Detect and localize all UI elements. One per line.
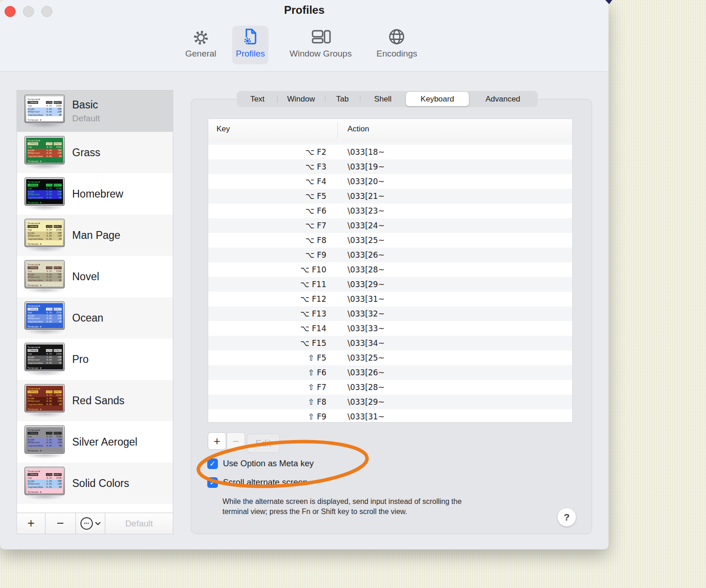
key-table-header: Key Action bbox=[208, 119, 572, 142]
key-mapping-row[interactable]: ⇧ F5 \033[25~ bbox=[208, 351, 572, 365]
gear-icon bbox=[191, 26, 211, 48]
add-key-button[interactable]: + bbox=[208, 432, 226, 450]
key-mapping-row[interactable]: ⌥ F3 \033[19~ bbox=[208, 159, 572, 174]
key-cell: ⌥ F10 bbox=[208, 265, 337, 274]
tab-bar: TextWindowTabShellKeyboardAdvanced bbox=[237, 91, 538, 107]
window-groups-icon bbox=[310, 26, 331, 48]
tab-keyboard[interactable]: Keyboard bbox=[406, 92, 469, 106]
action-cell: \033[32~ bbox=[337, 309, 385, 318]
key-mapping-row[interactable]: ⌥ F10 \033[28~ bbox=[208, 262, 572, 277]
action-cell: \033[31~ bbox=[337, 294, 385, 304]
toolbar-item-general[interactable]: General bbox=[182, 26, 220, 64]
toolbar-item-window-groups[interactable]: Window Groups bbox=[286, 26, 355, 64]
toolbar-item-profiles[interactable]: Profiles bbox=[232, 26, 268, 64]
column-divider[interactable] bbox=[337, 122, 338, 138]
action-cell: \033[29~ bbox=[337, 397, 385, 407]
terminal-preview: Terminal# COMMAND %CPU RPRVT top4.1%231K… bbox=[26, 469, 63, 493]
profile-thumbnail: Terminal# COMMAND %CPU RPRVT top4.1%231K… bbox=[24, 425, 65, 458]
profile-thumbnail: Terminal# COMMAND %CPU RPRVT top4.1%231K… bbox=[24, 136, 65, 169]
key-mapping-row[interactable]: ⇧ F8 \033[29~ bbox=[208, 395, 572, 409]
key-cell: ⌥ F9 bbox=[208, 250, 337, 260]
thumbnail-reflection bbox=[25, 206, 64, 210]
key-mapping-row[interactable]: ⌥ F11 \033[29~ bbox=[208, 277, 572, 292]
profile-item-homebrew[interactable]: Terminal# COMMAND %CPU RPRVT top4.1%231K… bbox=[17, 173, 173, 215]
profile-thumbnail: Terminal# COMMAND %CPU RPRVT top4.1%231K… bbox=[24, 95, 65, 128]
key-cell: ⌥ F6 bbox=[208, 206, 337, 215]
profile-thumbnail: Terminal# COMMAND %CPU RPRVT top4.1%231K… bbox=[24, 177, 65, 210]
key-mapping-row[interactable]: ⇧ F6 \033[26~ bbox=[208, 365, 572, 380]
action-cell: \033[26~ bbox=[337, 250, 385, 260]
profile-list: Terminal# COMMAND %CPU RPRVT top4.1%231K… bbox=[17, 90, 173, 504]
add-profile-button[interactable]: + bbox=[17, 513, 46, 534]
toolbar-item-encodings[interactable]: Encodings bbox=[373, 26, 421, 64]
profile-name: Ocean bbox=[72, 312, 103, 324]
action-cell: \033[24~ bbox=[337, 221, 385, 230]
action-cell: \033[28~ bbox=[337, 265, 385, 274]
key-mapping-row[interactable]: ⌥ F9 \033[26~ bbox=[208, 248, 572, 262]
scroll-alternate-screen-row: Scroll alternate screen bbox=[207, 477, 307, 488]
tab-shell[interactable]: Shell bbox=[360, 92, 406, 106]
more-options-button[interactable]: ⋯ bbox=[76, 513, 105, 534]
key-mapping-row[interactable]: ⌥ F2 \033[18~ bbox=[208, 145, 572, 159]
action-cell: \033[18~ bbox=[337, 147, 385, 157]
edit-key-button[interactable]: Edit bbox=[247, 434, 280, 453]
sidebar-footer: + − ⋯ Default bbox=[17, 513, 173, 534]
column-header-key: Key bbox=[216, 124, 230, 134]
key-cell: ⇧ F5 bbox=[208, 353, 337, 362]
profile-item-novel[interactable]: Terminal# COMMAND %CPU RPRVT top4.1%231K… bbox=[17, 256, 173, 297]
key-cell: ⌥ F3 bbox=[208, 162, 337, 171]
key-mapping-row[interactable]: ⌥ F7 \033[24~ bbox=[208, 218, 572, 233]
key-mapping-row[interactable]: ⌥ F15 \033[34~ bbox=[208, 336, 572, 351]
profile-item-man-page[interactable]: Terminal# COMMAND %CPU RPRVT top4.1%231K… bbox=[17, 215, 173, 256]
profile-item-red-sands[interactable]: Terminal# COMMAND %CPU RPRVT top4.1%231K… bbox=[17, 380, 173, 421]
key-mapping-row[interactable]: ⌥ F14 \033[33~ bbox=[208, 321, 572, 336]
terminal-preview: Terminal# COMMAND %CPU RPRVT top4.1%231K… bbox=[26, 345, 63, 369]
profile-item-ocean[interactable]: Terminal# COMMAND %CPU RPRVT top4.1%231K… bbox=[17, 297, 173, 339]
checkbox-label: Scroll alternate screen bbox=[223, 477, 307, 487]
key-mapping-row[interactable]: ⇧ F7 \033[28~ bbox=[208, 380, 572, 395]
profile-default-badge: Default bbox=[72, 113, 100, 124]
key-mapping-row[interactable]: ⌥ F6 \033[23~ bbox=[208, 204, 572, 218]
toolbar-label: General bbox=[185, 49, 216, 59]
profile-name: Novel bbox=[72, 271, 99, 283]
profile-item-basic[interactable]: Terminal# COMMAND %CPU RPRVT top4.1%231K… bbox=[17, 90, 173, 132]
key-mapping-row[interactable]: ⌥ F4 \033[20~ bbox=[208, 174, 572, 189]
key-table-viewport: ⌥ F2 \033[18~ ⌥ F3 \033[19~ ⌥ F4 \033[20… bbox=[208, 141, 572, 422]
key-mapping-row[interactable]: ⇧ F9 \033[31~ bbox=[208, 409, 572, 422]
terminal-preview: Terminal# COMMAND %CPU RPRVT top4.1%231K… bbox=[26, 138, 63, 163]
profile-item-pro[interactable]: Terminal# COMMAND %CPU RPRVT top4.1%231K… bbox=[17, 339, 173, 380]
tab-window[interactable]: Window bbox=[277, 92, 325, 106]
use-option-as-meta-checkbox[interactable] bbox=[207, 458, 218, 469]
scroll-alternate-screen-checkbox[interactable] bbox=[207, 477, 218, 488]
remove-key-button[interactable]: − bbox=[227, 432, 245, 450]
remove-profile-button[interactable]: − bbox=[46, 513, 76, 534]
default-button[interactable]: Default bbox=[105, 513, 173, 534]
key-mapping-row[interactable]: ⌥ F5 \033[21~ bbox=[208, 189, 572, 204]
action-cell: \033[29~ bbox=[337, 280, 385, 289]
key-cell: ⌥ F13 bbox=[208, 309, 337, 318]
action-cell: \033[19~ bbox=[337, 162, 385, 171]
action-cell: \033[25~ bbox=[337, 236, 385, 245]
desktop: Profiles General bbox=[0, 0, 706, 588]
profile-item-silver-aerogel[interactable]: Terminal# COMMAND %CPU RPRVT top4.1%231K… bbox=[17, 421, 173, 463]
profile-item-solid-colors[interactable]: Terminal# COMMAND %CPU RPRVT top4.1%231K… bbox=[17, 463, 173, 504]
tab-advanced[interactable]: Advanced bbox=[469, 92, 537, 106]
tab-tab[interactable]: Tab bbox=[325, 92, 360, 106]
thumbnail-reflection bbox=[25, 372, 64, 376]
key-mapping-row[interactable]: ⌥ F12 \033[31~ bbox=[208, 292, 572, 306]
terminal-preview: Terminal# COMMAND %CPU RPRVT top4.1%231K… bbox=[26, 96, 63, 121]
key-mapping-table: Key Action ⌥ F2 \033[18~ ⌥ F3 \033[19~ ⌥… bbox=[208, 119, 573, 423]
tab-text[interactable]: Text bbox=[238, 92, 277, 106]
help-button[interactable]: ? bbox=[558, 508, 576, 526]
action-cell: \033[21~ bbox=[337, 192, 385, 201]
key-cell: ⌥ F15 bbox=[208, 339, 337, 348]
action-cell: \033[34~ bbox=[337, 339, 385, 348]
profile-item-grass[interactable]: Terminal# COMMAND %CPU RPRVT top4.1%231K… bbox=[17, 132, 173, 173]
key-mapping-row[interactable]: ⌥ F8 \033[25~ bbox=[208, 233, 572, 248]
window-chrome: Profiles General bbox=[0, 0, 609, 72]
profile-name: Man Page bbox=[72, 229, 120, 242]
key-cell: ⌥ F4 bbox=[208, 177, 337, 186]
key-mapping-row[interactable]: ⌥ F13 \033[32~ bbox=[208, 306, 572, 321]
alternate-screen-help-text: While the alternate screen is displayed,… bbox=[222, 497, 535, 516]
key-cell: ⌥ F2 bbox=[208, 147, 337, 157]
